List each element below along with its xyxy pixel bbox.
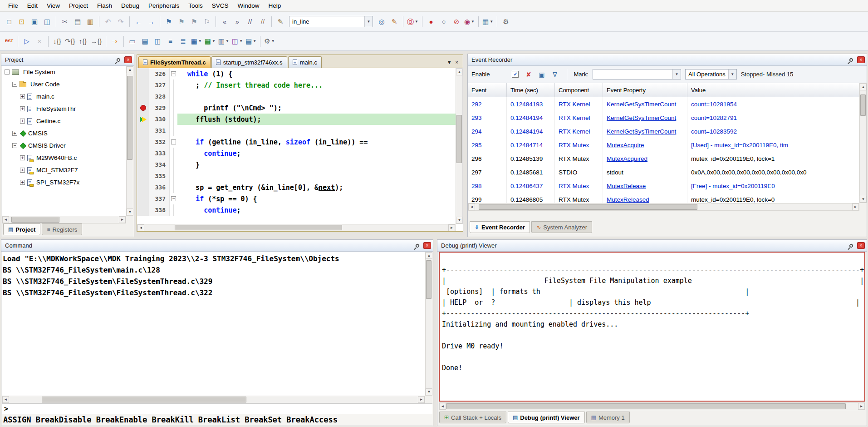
breakpoint-margin[interactable]: [137, 91, 149, 102]
close-document-icon[interactable]: ×: [456, 60, 458, 65]
breakpoint-margin[interactable]: [137, 114, 149, 125]
tree-item-filesystemthr[interactable]: + FileSystemThr: [2, 103, 126, 115]
clear-events-button[interactable]: ✘: [523, 69, 534, 80]
incremental-find-button[interactable]: ✎: [388, 15, 401, 28]
event-row-298[interactable]: 298 0.12486437 RTX Mutex MutexRelease [F…: [468, 179, 859, 193]
menu-file[interactable]: File: [4, 0, 23, 11]
event-property-link[interactable]: MutexAcquire: [607, 142, 644, 149]
stop-button[interactable]: ×: [33, 35, 46, 47]
event-row-295[interactable]: 295 0.12484714 RTX Mutex MutexAcquire [U…: [468, 138, 859, 152]
menu-peripherals[interactable]: Peripherals: [144, 0, 184, 11]
scroll-thumb[interactable]: [479, 204, 697, 210]
filter-events-button[interactable]: ∇: [549, 69, 560, 80]
doc-tab-startup-stm32f746xx-s[interactable]: startup_stm32f746xx.s: [211, 56, 287, 68]
pin-icon[interactable]: [114, 56, 123, 64]
scroll-left-icon[interactable]: ◄: [2, 396, 9, 403]
close-icon[interactable]: ×: [857, 56, 865, 63]
tree-item-getline-c[interactable]: + Getline.c: [2, 115, 126, 127]
breakpoint-icon[interactable]: [140, 105, 146, 111]
save-button[interactable]: ▣: [28, 15, 41, 28]
event-row-297[interactable]: 297 0.12485681 STDIO stdout 0x0A,0x00,0x…: [468, 165, 859, 179]
code-line-329[interactable]: 329 printf ("\nCmd> ");: [137, 102, 456, 114]
command-vscrollbar[interactable]: ▲ ▼: [425, 252, 432, 396]
scroll-right-icon[interactable]: ►: [119, 216, 126, 223]
bookmark-clear-all-button[interactable]: ⚐: [201, 15, 213, 28]
scroll-thumb[interactable]: [175, 225, 342, 230]
chevron-down-icon[interactable]: ▼: [364, 16, 373, 27]
chevron-down-icon[interactable]: ▼: [728, 70, 736, 79]
breakpoint-margin[interactable]: [137, 102, 149, 114]
breakpoint-margin[interactable]: [137, 68, 149, 79]
code-line-335[interactable]: 335: [137, 170, 456, 182]
tab-project[interactable]: ▤Project: [3, 223, 40, 235]
close-icon[interactable]: ×: [124, 56, 132, 63]
tab-call-stack-locals[interactable]: ⊞Call Stack + Locals: [439, 412, 506, 423]
breakpoint-margin[interactable]: [137, 193, 149, 204]
registers-window-button[interactable]: ≡: [164, 35, 177, 47]
breakpoint-margin[interactable]: [137, 125, 149, 136]
cut-button[interactable]: ✂: [59, 15, 71, 28]
event-row-296[interactable]: 296 0.12485139 RTX Mutex MutexAcquired m…: [468, 152, 859, 165]
fold-margin[interactable]: [170, 148, 177, 159]
open-file-button[interactable]: ⊡: [15, 15, 28, 28]
navigate-back-button[interactable]: ←: [132, 15, 145, 28]
step-into-button[interactable]: ↓{}: [51, 35, 64, 47]
menu-debug[interactable]: Debug: [117, 0, 144, 11]
column-header-component[interactable]: Component: [555, 83, 603, 97]
find-in-files-button[interactable]: ◎: [375, 15, 388, 28]
scroll-thumb[interactable]: [42, 397, 246, 402]
kill-all-breakpoints-button[interactable]: ⊘: [450, 15, 463, 28]
tab-event-recorder[interactable]: ⇩Event Recorder: [470, 221, 530, 233]
column-header-event-property[interactable]: Event Property: [603, 83, 687, 97]
step-over-button[interactable]: ↷{}: [64, 35, 77, 47]
scroll-left-icon[interactable]: ◄: [468, 204, 475, 210]
fold-margin[interactable]: [170, 182, 177, 193]
system-viewer-button[interactable]: ▦▼: [481, 15, 495, 28]
code-line-333[interactable]: 333 continue;: [137, 148, 456, 159]
menu-window[interactable]: Window: [233, 0, 264, 11]
tab-memory-1[interactable]: ▦Memory 1: [586, 412, 630, 423]
redo-button[interactable]: ↷: [114, 15, 127, 28]
symbols-window-button[interactable]: ◫: [152, 35, 164, 47]
event-row-292[interactable]: 292 0.12484193 RTX Kernel KernelGetSysTi…: [468, 97, 859, 111]
pin-icon[interactable]: [413, 242, 422, 249]
analysis-window-button[interactable]: ◫▼: [230, 35, 244, 47]
tab-system-analyzer[interactable]: ∿System Analyzer: [531, 221, 592, 233]
navigate-forward-button[interactable]: →: [145, 15, 157, 28]
expand-icon[interactable]: +: [12, 131, 17, 136]
undo-button[interactable]: ↶: [102, 15, 114, 28]
menu-flash[interactable]: Flash: [93, 0, 117, 11]
code-area[interactable]: 326− while (1) {327 ; // Insert thread c…: [137, 68, 456, 224]
scroll-right-icon[interactable]: ►: [852, 204, 859, 210]
event-property-link[interactable]: KernelGetSysTimerCount: [607, 128, 676, 135]
code-line-336[interactable]: 336 sp = get_entry (&in_line[0], &next);: [137, 182, 456, 193]
fold-margin[interactable]: −: [170, 136, 177, 148]
save-all-button[interactable]: ◫: [41, 15, 54, 28]
scroll-right-icon[interactable]: ►: [448, 224, 455, 231]
expand-icon[interactable]: +: [20, 94, 25, 99]
expand-icon[interactable]: +: [20, 155, 25, 160]
scroll-left-icon[interactable]: ◄: [2, 216, 9, 223]
find-text-combo[interactable]: in_line ▼: [289, 16, 373, 27]
project-vscrollbar[interactable]: ▲ ▼: [126, 66, 133, 216]
fold-margin[interactable]: [170, 79, 177, 91]
menu-tools[interactable]: Tools: [184, 0, 207, 11]
editor-hscrollbar[interactable]: ◄ ►: [137, 224, 456, 231]
tab-registers[interactable]: ≡Registers: [42, 223, 82, 235]
editor-vscrollbar[interactable]: ▲ ▼: [456, 68, 463, 224]
expand-icon[interactable]: +: [20, 180, 25, 185]
run-button[interactable]: ▷: [20, 35, 33, 47]
unindent-button[interactable]: «: [218, 15, 231, 28]
column-header-value[interactable]: Value: [687, 83, 859, 97]
tree-item-cmsis-driver[interactable]: − CMSIS Driver: [2, 139, 126, 152]
scroll-thumb[interactable]: [11, 217, 59, 223]
run-to-cursor-button[interactable]: →{}: [89, 35, 103, 47]
chevron-down-icon[interactable]: ▼: [672, 70, 681, 79]
comment-selection-button[interactable]: //: [244, 15, 256, 28]
code-line-326[interactable]: 326− while (1) {: [137, 68, 456, 79]
code-line-331[interactable]: 331: [137, 125, 456, 136]
code-line-330[interactable]: 330 fflush (stdout);: [137, 114, 456, 125]
event-property-link[interactable]: KernelGetSysTimerCount: [607, 101, 676, 108]
fold-margin[interactable]: −: [170, 193, 177, 204]
scroll-right-icon[interactable]: ►: [858, 403, 865, 410]
